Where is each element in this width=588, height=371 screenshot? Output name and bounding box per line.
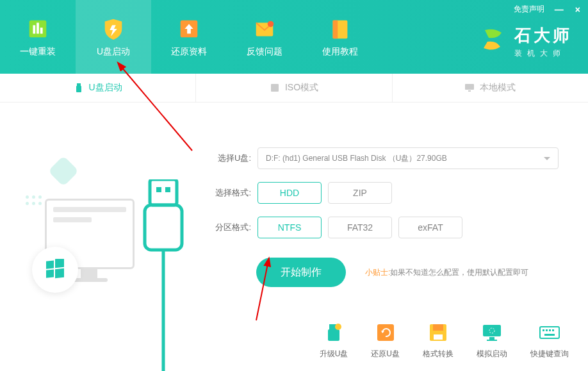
topbar: 免责声明 — × bbox=[514, 4, 582, 15]
format-hdd-option[interactable]: HDD bbox=[257, 182, 322, 204]
nav-label: 反馈问题 bbox=[247, 46, 282, 58]
svg-point-24 bbox=[335, 324, 341, 330]
close-button[interactable]: × bbox=[574, 4, 582, 15]
svg-point-6 bbox=[268, 21, 274, 27]
keyboard-icon bbox=[539, 322, 560, 343]
header: 免责声明 — × 一键重装 U盘启动 还原资料 反馈问题 bbox=[0, 0, 588, 74]
subtab-iso[interactable]: ISO模式 bbox=[196, 74, 392, 102]
subtab-usb[interactable]: U盘启动 bbox=[0, 74, 196, 102]
minimize-button[interactable]: — bbox=[553, 4, 565, 15]
tool-simulate-boot[interactable]: 模拟启动 bbox=[477, 322, 507, 359]
tip-label: 小贴士: bbox=[365, 268, 390, 277]
illustration bbox=[0, 103, 192, 371]
svg-rect-13 bbox=[468, 90, 471, 92]
usb-icon bbox=[74, 83, 84, 93]
svg-rect-29 bbox=[483, 325, 501, 336]
start-button[interactable]: 开始制作 bbox=[256, 258, 346, 287]
svg-rect-10 bbox=[76, 86, 81, 92]
tool-format-convert[interactable]: 格式转换 bbox=[423, 322, 453, 359]
subtabs: U盘启动 ISO模式 本地模式 bbox=[0, 74, 588, 103]
svg-rect-9 bbox=[77, 83, 81, 86]
usb-select[interactable]: D:F: (hd1) General USB Flash Disk （U盘）27… bbox=[257, 147, 559, 169]
svg-rect-30 bbox=[489, 337, 494, 340]
envelope-icon bbox=[252, 17, 277, 41]
nav-label: 使用教程 bbox=[322, 46, 358, 58]
usb-select-value: D:F: (hd1) General USB Flash Disk （U盘）27… bbox=[266, 153, 447, 164]
svg-rect-23 bbox=[328, 329, 339, 341]
nav-tutorial[interactable]: 使用教程 bbox=[302, 0, 378, 74]
main-nav: 一键重装 U盘启动 还原资料 反馈问题 使用教程 bbox=[0, 0, 378, 74]
partition-ntfs-option[interactable]: NTFS bbox=[257, 217, 322, 238]
subtab-label: U盘启动 bbox=[89, 82, 122, 94]
svg-rect-37 bbox=[552, 329, 554, 331]
nav-label: 还原资料 bbox=[171, 46, 207, 58]
svg-rect-33 bbox=[540, 327, 559, 338]
nav-usb-boot[interactable]: U盘启动 bbox=[76, 0, 151, 74]
svg-rect-38 bbox=[544, 334, 555, 336]
monitor-icon bbox=[464, 83, 475, 93]
book-icon bbox=[328, 17, 352, 41]
svg-rect-19 bbox=[156, 187, 161, 192]
windows-logo-icon bbox=[32, 247, 78, 293]
format-label: 选择格式: bbox=[205, 187, 251, 199]
usb-upgrade-icon bbox=[323, 322, 345, 343]
iso-icon bbox=[270, 83, 280, 93]
nav-reinstall[interactable]: 一键重装 bbox=[0, 0, 76, 74]
brand-title: 石大师 bbox=[514, 24, 572, 47]
tool-hotkey-query[interactable]: 快捷键查询 bbox=[530, 322, 569, 359]
partition-fat32-option[interactable]: FAT32 bbox=[328, 217, 392, 238]
tool-label: 升级U盘 bbox=[320, 349, 348, 359]
svg-rect-28 bbox=[434, 334, 443, 340]
nav-label: 一键重装 bbox=[20, 46, 56, 58]
nav-restore[interactable]: 还原资料 bbox=[151, 0, 227, 74]
tool-label: 快捷键查询 bbox=[530, 349, 569, 359]
shield-icon bbox=[101, 17, 126, 41]
monitor-boot-icon bbox=[481, 322, 503, 343]
svg-rect-31 bbox=[487, 340, 497, 341]
svg-rect-15 bbox=[55, 259, 64, 268]
format-zip-option[interactable]: ZIP bbox=[328, 182, 392, 204]
svg-rect-20 bbox=[165, 187, 170, 192]
svg-rect-2 bbox=[37, 22, 39, 33]
svg-rect-18 bbox=[150, 179, 177, 205]
subtab-label: ISO模式 bbox=[285, 82, 318, 94]
restore-icon bbox=[375, 322, 396, 343]
usb-plug-icon bbox=[141, 179, 186, 371]
brand-logo-icon bbox=[478, 26, 507, 57]
tool-restore-usb[interactable]: 还原U盘 bbox=[371, 322, 400, 359]
nav-label: U盘启动 bbox=[97, 46, 130, 58]
nav-feedback[interactable]: 反馈问题 bbox=[227, 0, 302, 74]
footer-tools: 升级U盘 还原U盘 格式转换 模拟启动 快捷键查询 bbox=[320, 322, 569, 359]
tool-label: 模拟启动 bbox=[477, 349, 507, 359]
svg-rect-27 bbox=[433, 324, 443, 331]
brand-subtitle: 装机大师 bbox=[514, 48, 572, 59]
tip-body: 如果不知道怎么配置，使用默认配置即可 bbox=[390, 268, 528, 277]
svg-rect-14 bbox=[46, 260, 54, 268]
svg-rect-3 bbox=[40, 28, 43, 34]
save-icon bbox=[427, 322, 449, 343]
svg-rect-11 bbox=[271, 84, 279, 92]
tool-label: 还原U盘 bbox=[371, 349, 400, 359]
svg-rect-12 bbox=[465, 84, 474, 90]
partition-exfat-option[interactable]: exFAT bbox=[398, 217, 462, 238]
svg-rect-8 bbox=[333, 20, 338, 38]
brand: 石大师 装机大师 bbox=[478, 24, 572, 59]
bar-chart-icon bbox=[26, 17, 50, 41]
svg-rect-36 bbox=[549, 329, 551, 331]
svg-rect-35 bbox=[546, 329, 548, 331]
partition-label: 分区格式: bbox=[205, 222, 251, 233]
disclaimer-link[interactable]: 免责声明 bbox=[514, 4, 544, 15]
tool-label: 格式转换 bbox=[423, 349, 453, 359]
svg-rect-25 bbox=[377, 324, 394, 341]
tool-upgrade-usb[interactable]: 升级U盘 bbox=[320, 322, 348, 359]
svg-rect-34 bbox=[543, 329, 544, 331]
subtab-label: 本地模式 bbox=[480, 82, 516, 94]
svg-rect-16 bbox=[46, 269, 54, 277]
svg-rect-21 bbox=[145, 205, 182, 250]
tip-text: 小贴士:如果不知道怎么配置，使用默认配置即可 bbox=[365, 267, 528, 278]
select-usb-label: 选择U盘: bbox=[205, 153, 251, 164]
upload-box-icon bbox=[177, 17, 201, 41]
svg-rect-17 bbox=[55, 268, 64, 278]
svg-rect-1 bbox=[33, 25, 35, 33]
subtab-local[interactable]: 本地模式 bbox=[393, 74, 588, 102]
